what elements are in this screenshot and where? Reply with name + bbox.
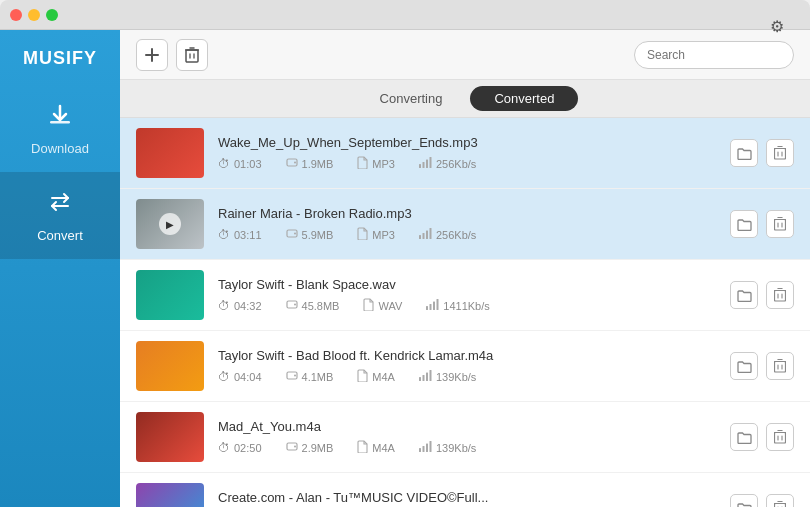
svg-rect-28 — [429, 370, 431, 381]
svg-point-10 — [294, 233, 296, 235]
open-folder-button[interactable] — [730, 281, 758, 309]
format-value: M4A — [372, 442, 395, 454]
minimize-button[interactable] — [28, 9, 40, 21]
sidebar-item-download[interactable]: Download — [0, 85, 120, 172]
tab-converted[interactable]: Converted — [470, 86, 578, 111]
tab-converting[interactable]: Converting — [352, 85, 471, 112]
clock-icon: ⏱ — [218, 157, 230, 171]
file-meta: ⏱ 01:03 1.9MB MP3 — [218, 156, 716, 172]
svg-point-24 — [294, 375, 296, 377]
meta-bitrate: 256Kb/s — [419, 228, 476, 242]
svg-rect-25 — [419, 377, 421, 381]
file-thumbnail — [136, 412, 204, 462]
svg-rect-12 — [422, 233, 424, 239]
signal-icon — [419, 441, 432, 455]
file-thumbnail — [136, 483, 204, 507]
svg-rect-32 — [419, 448, 421, 452]
delete-button[interactable] — [176, 39, 208, 71]
file-thumbnail — [136, 270, 204, 320]
file-item: ▶ Rainer Maria - Broken Radio.mp3 ⏱ 03:1… — [120, 189, 810, 260]
duration-value: 01:03 — [234, 158, 262, 170]
clock-icon: ⏱ — [218, 299, 230, 313]
file-icon — [357, 227, 368, 243]
open-folder-button[interactable] — [730, 139, 758, 167]
meta-size: 45.8MB — [286, 298, 340, 313]
convert-icon — [46, 188, 74, 222]
close-button[interactable] — [10, 9, 22, 21]
file-item: Mad_At_You.m4a ⏱ 02:50 2.9MB M4A — [120, 402, 810, 473]
traffic-lights — [10, 9, 800, 21]
sidebar-label-convert: Convert — [37, 228, 83, 243]
svg-rect-35 — [429, 441, 431, 452]
open-folder-button[interactable] — [730, 352, 758, 380]
file-info: Taylor Swift - Bad Blood ft. Kendrick La… — [218, 348, 716, 385]
settings-button[interactable]: ⚙ — [770, 17, 784, 36]
file-name: Create.com - Alan - Tu™MUSIC VIDEO©Full.… — [218, 490, 716, 505]
meta-format: M4A — [357, 440, 395, 456]
title-bar: ⚙ — [0, 0, 810, 30]
format-value: MP3 — [372, 158, 395, 170]
search-input[interactable] — [634, 41, 794, 69]
sidebar-item-convert[interactable]: Convert — [0, 172, 120, 259]
toolbar — [120, 30, 810, 80]
open-folder-button[interactable] — [730, 210, 758, 238]
format-value: WAV — [378, 300, 402, 312]
signal-icon — [426, 299, 439, 313]
size-value: 5.9MB — [302, 229, 334, 241]
delete-file-button[interactable] — [766, 352, 794, 380]
signal-icon — [419, 228, 432, 242]
format-value: MP3 — [372, 229, 395, 241]
tab-bar: Converting Converted — [120, 80, 810, 118]
clock-icon: ⏱ — [218, 441, 230, 455]
maximize-button[interactable] — [46, 9, 58, 21]
main-content: Converting Converted Wake_Me_Up_When_Sep… — [120, 30, 810, 507]
file-item: Wake_Me_Up_When_September_Ends.mp3 ⏱ 01:… — [120, 118, 810, 189]
size-value: 4.1MB — [302, 371, 334, 383]
svg-rect-15 — [775, 220, 786, 231]
bitrate-value: 139Kb/s — [436, 442, 476, 454]
file-actions — [730, 210, 794, 238]
file-meta: ⏱ 04:04 4.1MB M4A — [218, 369, 716, 385]
delete-file-button[interactable] — [766, 139, 794, 167]
bitrate-value: 1411Kb/s — [443, 300, 489, 312]
svg-rect-6 — [426, 159, 428, 168]
download-icon — [46, 101, 74, 135]
meta-size: 5.9MB — [286, 227, 334, 242]
file-info: Wake_Me_Up_When_September_Ends.mp3 ⏱ 01:… — [218, 135, 716, 172]
delete-file-button[interactable] — [766, 281, 794, 309]
file-name: Wake_Me_Up_When_September_Ends.mp3 — [218, 135, 716, 150]
clock-icon: ⏱ — [218, 370, 230, 384]
meta-format: MP3 — [357, 227, 395, 243]
svg-rect-4 — [419, 164, 421, 168]
open-folder-button[interactable] — [730, 494, 758, 507]
meta-duration: ⏱ 01:03 — [218, 157, 262, 171]
hdd-icon — [286, 298, 298, 313]
file-icon — [357, 440, 368, 456]
file-meta: ⏱ 03:11 5.9MB MP3 — [218, 227, 716, 243]
meta-size: 2.9MB — [286, 440, 334, 455]
meta-bitrate: 256Kb/s — [419, 157, 476, 171]
sidebar: MUSIFY Download Convert — [0, 30, 120, 507]
svg-rect-21 — [437, 299, 439, 310]
delete-file-button[interactable] — [766, 210, 794, 238]
delete-file-button[interactable] — [766, 423, 794, 451]
svg-point-3 — [294, 162, 296, 164]
svg-rect-8 — [775, 149, 786, 160]
svg-point-17 — [294, 304, 296, 306]
delete-file-button[interactable] — [766, 494, 794, 507]
file-item: Taylor Swift - Blank Space.wav ⏱ 04:32 4… — [120, 260, 810, 331]
svg-rect-14 — [429, 228, 431, 239]
file-thumbnail: ▶ — [136, 199, 204, 249]
svg-rect-27 — [426, 372, 428, 381]
bitrate-value: 256Kb/s — [436, 158, 476, 170]
meta-duration: ⏱ 04:04 — [218, 370, 262, 384]
meta-size: 4.1MB — [286, 369, 334, 384]
sidebar-label-download: Download — [31, 141, 89, 156]
meta-format: WAV — [363, 298, 402, 314]
open-folder-button[interactable] — [730, 423, 758, 451]
size-value: 1.9MB — [302, 158, 334, 170]
add-button[interactable] — [136, 39, 168, 71]
svg-rect-22 — [775, 291, 786, 302]
play-overlay[interactable]: ▶ — [159, 213, 181, 235]
meta-bitrate: 139Kb/s — [419, 370, 476, 384]
